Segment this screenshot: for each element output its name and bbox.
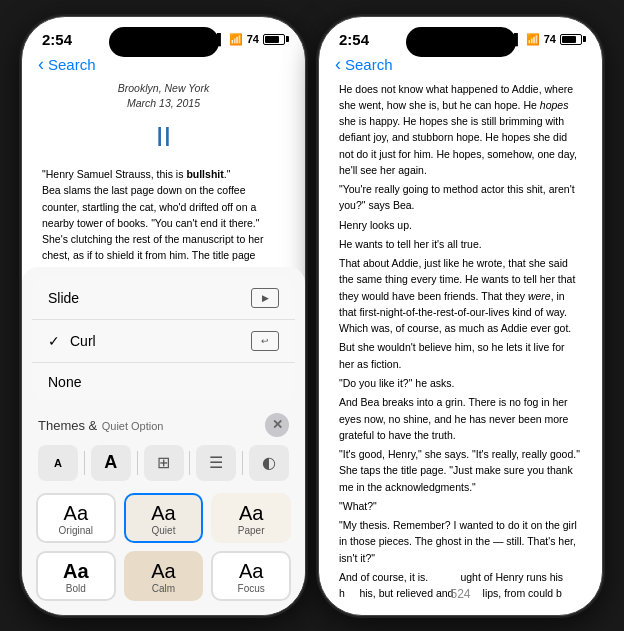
transition-item-slide[interactable]: Slide ▶ — [32, 277, 295, 320]
theme-label-original: Original — [59, 525, 93, 536]
theme-label-bold: Bold — [66, 583, 86, 594]
transition-label-slide: Slide — [48, 290, 79, 306]
theme-aa-calm: Aa — [151, 561, 175, 581]
theme-bold[interactable]: Aa Bold — [36, 551, 116, 601]
theme-aa-quiet: Aa — [151, 503, 175, 523]
font-controls: A A ⊞ ☰ ◐ — [22, 441, 305, 487]
transition-icon-curl: ↩ — [251, 331, 279, 351]
transition-icon-slide: ▶ — [251, 288, 279, 308]
themes-title: Themes & Quiet Option — [38, 416, 163, 434]
status-time: 2:54 — [42, 31, 72, 48]
theme-label-paper: Paper — [238, 525, 265, 536]
battery-icon-right — [560, 34, 582, 45]
transition-label-curl: Curl — [70, 333, 96, 349]
chapter-number: II — [42, 116, 285, 158]
theme-grid: Aa Original Aa Quiet Aa Paper Aa Bold Aa — [22, 487, 305, 615]
theme-label-calm: Calm — [152, 583, 175, 594]
phones-container: 2:54 ▌▌▌ 📶 74 ‹ Search Brooklyn, New Yor… — [21, 16, 603, 616]
layout-icon-symbol: ☰ — [209, 453, 223, 472]
book-header: Brooklyn, New YorkMarch 13, 2015 II — [42, 81, 285, 159]
book-location: Brooklyn, New YorkMarch 13, 2015 — [42, 81, 285, 113]
theme-aa-focus: Aa — [239, 561, 263, 581]
back-label-left: Search — [48, 56, 96, 73]
themes-header: Themes & Quiet Option ✕ — [22, 407, 305, 441]
font-icon-symbol: ⊞ — [157, 453, 170, 472]
theme-aa-original: Aa — [64, 503, 88, 523]
left-phone: 2:54 ▌▌▌ 📶 74 ‹ Search Brooklyn, New Yor… — [21, 16, 306, 616]
brightness-icon-symbol: ◐ — [262, 453, 276, 472]
battery-level-right: 74 — [544, 33, 556, 45]
back-button-left[interactable]: ‹ Search — [38, 54, 96, 75]
wifi-icon-right: 📶 — [526, 33, 540, 46]
page-number: 524 — [450, 587, 470, 601]
theme-label-quiet: Quiet — [152, 525, 176, 536]
transition-label-none: None — [48, 374, 81, 390]
dynamic-island-right — [406, 27, 516, 57]
battery-level: 74 — [247, 33, 259, 45]
close-button[interactable]: ✕ — [265, 413, 289, 437]
status-time-right: 2:54 — [339, 31, 369, 48]
theme-aa-bold: Aa — [63, 561, 89, 581]
transition-item-curl[interactable]: ✓ Curl ↩ — [32, 320, 295, 363]
theme-paper[interactable]: Aa Paper — [211, 493, 291, 543]
overlay-panel: Slide ▶ ✓ Curl ↩ — [22, 267, 305, 615]
wifi-icon: 📶 — [229, 33, 243, 46]
back-chevron-left: ‹ — [38, 54, 44, 75]
back-button-right[interactable]: ‹ Search — [335, 54, 393, 75]
transition-menu: Slide ▶ ✓ Curl ↩ — [32, 277, 295, 401]
font-separator — [84, 451, 85, 475]
decrease-font-button[interactable]: A — [38, 445, 78, 481]
dynamic-island — [109, 27, 219, 57]
right-phone: 2:54 ▌▌▌ 📶 74 ‹ Search He does not know … — [318, 16, 603, 616]
theme-label-focus: Focus — [238, 583, 265, 594]
theme-aa-paper: Aa — [239, 503, 263, 523]
brightness-button[interactable]: ◐ — [249, 445, 289, 481]
theme-focus[interactable]: Aa Focus — [211, 551, 291, 601]
increase-font-button[interactable]: A — [91, 445, 131, 481]
transition-item-none[interactable]: None — [32, 363, 295, 401]
layout-button[interactable]: ☰ — [196, 445, 236, 481]
theme-original[interactable]: Aa Original — [36, 493, 116, 543]
back-label-right: Search — [345, 56, 393, 73]
font-separator-3 — [189, 451, 190, 475]
theme-quiet[interactable]: Aa Quiet — [124, 493, 204, 543]
font-separator-2 — [137, 451, 138, 475]
book-content-right: He does not know what happened to Addie,… — [319, 81, 602, 616]
theme-calm[interactable]: Aa Calm — [124, 551, 204, 601]
font-separator-4 — [242, 451, 243, 475]
transition-check-curl: ✓ — [48, 333, 60, 349]
back-chevron-right: ‹ — [335, 54, 341, 75]
battery-icon — [263, 34, 285, 45]
font-style-button[interactable]: ⊞ — [144, 445, 184, 481]
